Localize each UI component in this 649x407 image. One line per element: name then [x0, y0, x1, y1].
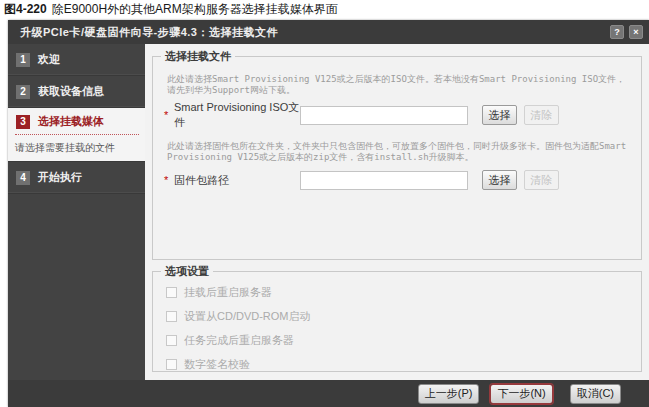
- dialog-title: 升级PCIe卡/硬盘固件向导-步骤4.3：选择挂载文件: [20, 25, 605, 40]
- checkbox-row-restart-after-mount: 挂载后重启服务器: [166, 280, 641, 304]
- iso-clear-button[interactable]: 清除: [524, 105, 559, 125]
- help-icon: ?: [614, 27, 620, 37]
- wizard-content: 选择挂载文件 此处请选择Smart Provisioning V125或之后版本…: [145, 44, 649, 380]
- iso-file-input[interactable]: [300, 106, 468, 125]
- next-button[interactable]: 下一步(N): [490, 384, 552, 404]
- iso-file-field-row: * Smart Provisioning ISO文件 选择 清除: [164, 104, 641, 126]
- iso-file-label: Smart Provisioning ISO文件: [174, 100, 300, 130]
- options-group-legend: 选项设置: [161, 265, 213, 277]
- checkbox-label: 挂载后重启服务器: [184, 285, 272, 300]
- firmware-path-input[interactable]: [300, 171, 468, 190]
- close-button[interactable]: ×: [629, 25, 643, 39]
- cancel-button[interactable]: 取消(C): [570, 384, 621, 404]
- firmware-clear-button[interactable]: 清除: [524, 170, 559, 190]
- step-label: 开始执行: [38, 170, 82, 185]
- firmware-select-button[interactable]: 选择: [482, 170, 517, 190]
- file-select-group-legend: 选择挂载文件: [161, 50, 235, 62]
- step-number-badge: 4: [16, 171, 30, 185]
- step-label: 欢迎: [38, 52, 60, 67]
- step-label: 获取设备信息: [38, 84, 104, 99]
- checkbox-icon[interactable]: [166, 311, 177, 322]
- checkbox-label: 数字签名校验: [184, 357, 250, 372]
- help-button[interactable]: ?: [610, 25, 624, 39]
- step-item-device-info: 2 获取设备信息: [8, 76, 145, 108]
- firmware-path-hint: 此处请选择固件包所在文件夹，文件夹中只包含固件包，可放置多个固件包，同时升级多张…: [167, 141, 629, 163]
- dialog-body: 1 欢迎 2 获取设备信息 3 选择挂载媒体 请选择需要挂载的文件 4: [8, 44, 649, 380]
- figure-title: 除E9000H外的其他ARM架构服务器选择挂载媒体界面: [52, 2, 338, 16]
- iso-select-button[interactable]: 选择: [482, 105, 517, 125]
- step-number-badge: 3: [16, 115, 30, 129]
- figure-caption: 图4-220除E9000H外的其他ARM架构服务器选择挂载媒体界面: [4, 1, 338, 18]
- checkbox-icon[interactable]: [166, 287, 177, 298]
- checkbox-icon[interactable]: [166, 359, 177, 370]
- step-item-select-media-active: 3 选择挂载媒体 请选择需要挂载的文件: [8, 108, 145, 162]
- required-mark: *: [164, 109, 174, 121]
- firmware-path-field-row: * 固件包路径 选择 清除: [164, 169, 641, 191]
- step-number-badge: 1: [16, 53, 30, 67]
- close-icon: ×: [633, 27, 638, 37]
- step-label: 选择挂载媒体: [38, 114, 104, 129]
- figure-number: 图4-220: [4, 2, 47, 16]
- step-item-execute: 4 开始执行: [8, 162, 145, 194]
- step-number-badge: 2: [16, 85, 30, 99]
- step-dotted-divider: [15, 134, 139, 135]
- prev-button[interactable]: 上一步(P): [418, 384, 480, 404]
- dialog-window: 升级PCIe卡/硬盘固件向导-步骤4.3：选择挂载文件 ? × 1 欢迎 2 获…: [8, 20, 649, 407]
- wizard-steps-sidebar: 1 欢迎 2 获取设备信息 3 选择挂载媒体 请选择需要挂载的文件 4: [8, 44, 145, 380]
- step-item-welcome: 1 欢迎: [8, 44, 145, 76]
- page: 图4-220除E9000H外的其他ARM架构服务器选择挂载媒体界面 升级PCIe…: [0, 0, 649, 407]
- checkbox-row-boot-from-cddvd: 设置从CD/DVD-ROM启动: [166, 304, 641, 328]
- checkbox-row-signature-verify: 数字签名校验: [166, 352, 641, 376]
- checkbox-label: 设置从CD/DVD-ROM启动: [184, 309, 311, 324]
- firmware-path-label: 固件包路径: [174, 173, 300, 188]
- iso-file-hint: 此处请选择Smart Provisioning V125或之后版本的ISO文件。…: [167, 74, 629, 96]
- dialog-titlebar: 升级PCIe卡/硬盘固件向导-步骤4.3：选择挂载文件 ? ×: [8, 20, 649, 44]
- step-subtitle: 请选择需要挂载的文件: [8, 139, 145, 156]
- checkbox-icon[interactable]: [166, 335, 177, 346]
- dialog-footer: 上一步(P) 下一步(N) 取消(C): [8, 380, 649, 407]
- file-select-group: 选择挂载文件 此处请选择Smart Provisioning V125或之后版本…: [152, 56, 642, 260]
- checkbox-label: 任务完成后重启服务器: [184, 333, 294, 348]
- options-group: 选项设置 挂载后重启服务器 设置从CD/DVD-ROM启动 任务完成后重启服务器: [152, 271, 642, 372]
- required-mark: *: [164, 174, 174, 186]
- checkbox-row-restart-after-task: 任务完成后重启服务器: [166, 328, 641, 352]
